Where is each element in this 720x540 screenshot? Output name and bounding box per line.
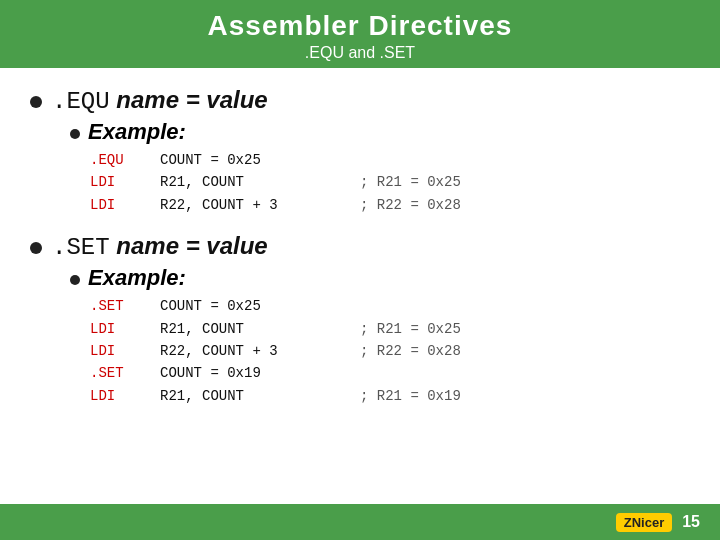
set-comment-3: ; R22 = 0x28 — [360, 340, 461, 362]
set-comment-5: ; R21 = 0x19 — [360, 385, 461, 407]
equ-args-3: R22, COUNT + 3 — [160, 194, 360, 216]
slide-subtitle: .EQU and .SET — [0, 44, 720, 62]
equ-example-label: Example: — [88, 119, 186, 145]
set-main-text: .SET name = value — [52, 232, 268, 261]
set-op-5: LDI — [90, 385, 160, 407]
equ-args-2: R21, COUNT — [160, 171, 360, 193]
set-sub-bullet: Example: — [70, 265, 690, 291]
set-code-row-1: .SET COUNT = 0x25 — [90, 295, 690, 317]
set-code-row-3: LDI R22, COUNT + 3 ; R22 = 0x28 — [90, 340, 690, 362]
sub-dot-1 — [70, 129, 80, 139]
equ-code-row-3: LDI R22, COUNT + 3 ; R22 = 0x28 — [90, 194, 690, 216]
set-name-value: name = value — [110, 232, 268, 259]
set-code-row-4: .SET COUNT = 0x19 — [90, 362, 690, 384]
slide: Assembler Directives .EQU and .SET .EQU … — [0, 0, 720, 540]
bullet-dot-1 — [30, 96, 42, 108]
slide-title: Assembler Directives — [0, 10, 720, 42]
set-comment-2: ; R21 = 0x25 — [360, 318, 461, 340]
set-code-row-2: LDI R21, COUNT ; R21 = 0x25 — [90, 318, 690, 340]
set-op-1: .SET — [90, 295, 160, 317]
equ-code-table: .EQU COUNT = 0x25 LDI R21, COUNT ; R21 =… — [90, 149, 690, 216]
set-keyword: .SET — [52, 234, 110, 261]
equ-name-value: name = value — [110, 86, 268, 113]
equ-op-1: .EQU — [90, 149, 160, 171]
sub-dot-2 — [70, 275, 80, 285]
content-area: .EQU name = value Example: .EQU COUNT = … — [0, 68, 720, 504]
equ-keyword: .EQU — [52, 88, 110, 115]
logo-badge: ZNicer — [616, 513, 672, 532]
set-args-4: COUNT = 0x19 — [160, 362, 360, 384]
set-example-label: Example: — [88, 265, 186, 291]
set-section: .SET name = value Example: .SET COUNT = … — [30, 232, 690, 407]
set-args-5: R21, COUNT — [160, 385, 360, 407]
equ-args-1: COUNT = 0x25 — [160, 149, 360, 171]
page-number: 15 — [682, 513, 700, 531]
equ-code-row-1: .EQU COUNT = 0x25 — [90, 149, 690, 171]
set-code-table: .SET COUNT = 0x25 LDI R21, COUNT ; R21 =… — [90, 295, 690, 407]
set-args-2: R21, COUNT — [160, 318, 360, 340]
equ-code-row-2: LDI R21, COUNT ; R21 = 0x25 — [90, 171, 690, 193]
equ-main-bullet: .EQU name = value — [30, 86, 690, 115]
set-args-3: R22, COUNT + 3 — [160, 340, 360, 362]
equ-comment-3: ; R22 = 0x28 — [360, 194, 461, 216]
set-args-1: COUNT = 0x25 — [160, 295, 360, 317]
equ-op-3: LDI — [90, 194, 160, 216]
footer: ZNicer 15 — [0, 504, 720, 540]
set-op-4: .SET — [90, 362, 160, 384]
equ-comment-2: ; R21 = 0x25 — [360, 171, 461, 193]
equ-sub-bullet: Example: — [70, 119, 690, 145]
set-code-row-5: LDI R21, COUNT ; R21 = 0x19 — [90, 385, 690, 407]
equ-main-text: .EQU name = value — [52, 86, 268, 115]
set-main-bullet: .SET name = value — [30, 232, 690, 261]
equ-section: .EQU name = value Example: .EQU COUNT = … — [30, 86, 690, 216]
set-op-3: LDI — [90, 340, 160, 362]
set-op-2: LDI — [90, 318, 160, 340]
bullet-dot-2 — [30, 242, 42, 254]
equ-op-2: LDI — [90, 171, 160, 193]
header: Assembler Directives .EQU and .SET — [0, 0, 720, 68]
